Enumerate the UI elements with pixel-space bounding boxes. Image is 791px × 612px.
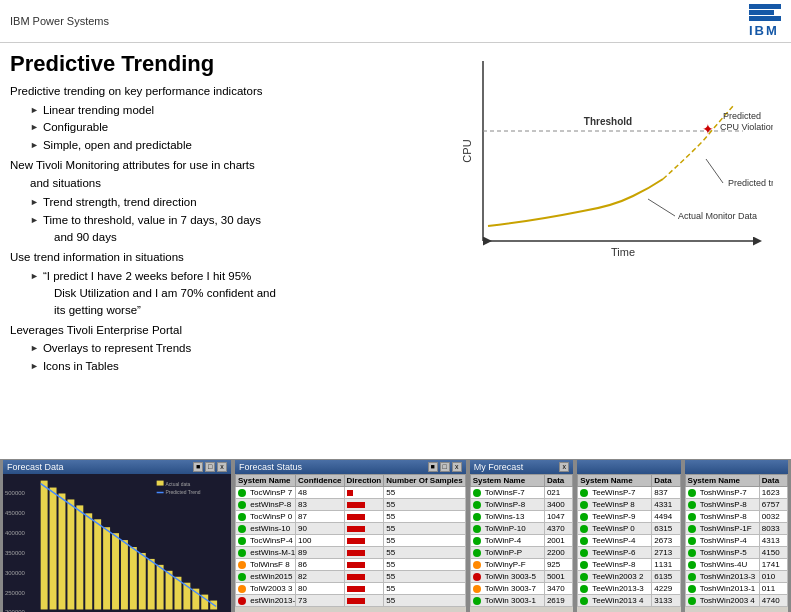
bullet-time-threshold-text: Time to threshold, value in 7 days, 30 d… bbox=[43, 212, 261, 229]
system-name-cell: TocWinsP 0 bbox=[236, 511, 296, 523]
svg-text:400000: 400000 bbox=[5, 530, 26, 536]
data-cell: 1623 bbox=[759, 487, 787, 499]
bar-cell-wrap bbox=[344, 487, 384, 499]
confidence-cell: 100 bbox=[296, 535, 345, 547]
data-cell: 1047 bbox=[544, 511, 572, 523]
bar-cell-wrap bbox=[344, 511, 384, 523]
samples-cell: 55 bbox=[384, 523, 465, 535]
bullet-overlays: ► Overlays to represent Trends bbox=[30, 340, 405, 357]
mf-close-btn[interactable]: x bbox=[559, 462, 569, 472]
forecast-bar-close-btn[interactable]: x bbox=[217, 462, 227, 472]
col-system-name3: System Name bbox=[578, 475, 652, 487]
fs-restore-btn[interactable]: □ bbox=[440, 462, 450, 472]
extra-panel-4-titlebar bbox=[685, 460, 788, 474]
svg-rect-25 bbox=[85, 513, 92, 609]
bullet-arrow-6: ► bbox=[30, 270, 39, 283]
extra-panel-4: System Name Data ToshWinsP-7 1623 ToshWi… bbox=[684, 459, 789, 612]
status-icon bbox=[473, 501, 481, 509]
data-cell: 4229 bbox=[652, 583, 680, 595]
bullet-arrow-8: ► bbox=[30, 360, 39, 373]
status-icon bbox=[580, 597, 588, 605]
status-icon bbox=[473, 561, 481, 569]
data-cell: 0032 bbox=[759, 511, 787, 523]
data-cell: 6135 bbox=[652, 571, 680, 583]
table-row: ToshWinsP-7 1623 bbox=[685, 487, 787, 499]
forecast-bar-min-btn[interactable]: ■ bbox=[193, 462, 203, 472]
forecast-status-table: System Name Confidence Direction Number … bbox=[235, 474, 466, 607]
bar-cell-wrap bbox=[344, 571, 384, 583]
my-forecast-scroll[interactable]: System Name Data TolWinsF-7 021 TolWinsP… bbox=[470, 474, 573, 612]
svg-text:Predicted trend: Predicted trend bbox=[728, 178, 773, 188]
bullet-simple-text: Simple, open and predictable bbox=[43, 137, 192, 154]
status-icon bbox=[580, 501, 588, 509]
status-icon bbox=[238, 597, 246, 605]
data-cell: 3400 bbox=[544, 499, 572, 511]
table-row: TolWinyP-F 925 bbox=[470, 559, 572, 571]
system-name-cell: estWin2015 3 bbox=[236, 571, 296, 583]
data-cell: 2619 bbox=[544, 595, 572, 607]
status-icon bbox=[238, 489, 246, 497]
svg-rect-23 bbox=[67, 499, 74, 609]
data-cell: 2200 bbox=[544, 547, 572, 559]
svg-rect-26 bbox=[94, 519, 101, 609]
col-system-name: System Name bbox=[236, 475, 296, 487]
svg-line-40 bbox=[41, 484, 216, 607]
system-name-cell: TolWinP-4 bbox=[470, 535, 544, 547]
bullet-icons: ► Icons in Tables bbox=[30, 358, 405, 375]
data-cell: 4331 bbox=[652, 499, 680, 511]
col-direction: Direction bbox=[344, 475, 384, 487]
table-row: TolWinsF-7 021 bbox=[470, 487, 572, 499]
svg-text:Time: Time bbox=[611, 246, 635, 258]
system-name-cell: TeeWinsP-8 bbox=[578, 559, 652, 571]
extra-panel-4-title bbox=[689, 462, 692, 472]
system-name-cell: TeeWin2013 4 bbox=[578, 595, 652, 607]
header: IBM Power Systems IBM bbox=[0, 0, 791, 43]
data-cell: 6315 bbox=[652, 523, 680, 535]
data-cell: 4740 bbox=[759, 595, 787, 607]
bullet-arrow-2: ► bbox=[30, 121, 39, 134]
bullet-arrow-1: ► bbox=[30, 104, 39, 117]
status-icon bbox=[580, 573, 588, 581]
bullet-predict-text: “I predict I have 2 weeks before I hit 9… bbox=[43, 268, 251, 285]
forecast-bar-title: Forecast Data bbox=[7, 462, 64, 472]
page-title: Predictive Trending bbox=[10, 51, 405, 77]
status-icon bbox=[580, 513, 588, 521]
table-row: ToshWin2013-3 010 bbox=[685, 571, 787, 583]
bullet-simple: ► Simple, open and predictable bbox=[30, 137, 405, 154]
col-data3: Data bbox=[652, 475, 680, 487]
data-cell: 021 bbox=[544, 487, 572, 499]
forecast-bar-max-btn[interactable]: □ bbox=[205, 462, 215, 472]
bullet-arrow-3: ► bbox=[30, 139, 39, 152]
forecast-bar-panel: Forecast Data ■ □ x 500000 450000 400000… bbox=[2, 459, 232, 612]
header-title: IBM Power Systems bbox=[10, 15, 109, 27]
section-2-and: and situations bbox=[30, 175, 405, 192]
table-row: TeeWinsP-4 2673 bbox=[578, 535, 680, 547]
system-name-cell: ToshWinsP-1F bbox=[685, 523, 759, 535]
svg-text:Predicted Trend: Predicted Trend bbox=[166, 490, 201, 495]
extra-panel-4-scroll[interactable]: System Name Data ToshWinsP-7 1623 ToshWi… bbox=[685, 474, 788, 612]
section-3-text: Use trend information in situations bbox=[10, 249, 405, 266]
fs-close-btn[interactable]: x bbox=[452, 462, 462, 472]
extra-panel-3-scroll[interactable]: System Name Data TeeWinsP-7 837 TeeWinsP… bbox=[577, 474, 680, 612]
system-name-cell: TocWinsP 7 bbox=[236, 487, 296, 499]
content-text: Predictive trending on key performance i… bbox=[10, 83, 405, 375]
col-confidence: Confidence bbox=[296, 475, 345, 487]
samples-cell: 55 bbox=[384, 571, 465, 583]
system-name-cell: TolWinsP-8 bbox=[470, 499, 544, 511]
fs-min-btn[interactable]: ■ bbox=[428, 462, 438, 472]
status-icon bbox=[238, 561, 246, 569]
table-row: TolWin 3003-5 5001 bbox=[470, 571, 572, 583]
svg-text:Predicted: Predicted bbox=[723, 111, 761, 121]
bar-cell-wrap bbox=[344, 583, 384, 595]
bullet-arrow-4: ► bbox=[30, 196, 39, 209]
system-name-cell: TolW2003 3 bbox=[236, 583, 296, 595]
system-name-cell: ToshWin2013-3 bbox=[685, 571, 759, 583]
forecast-bar-controls: ■ □ x bbox=[193, 462, 227, 472]
table-row: estWin2013-4 73 55 bbox=[236, 595, 466, 607]
my-forecast-panel: My Forecast x System Name Data TolWinsF-… bbox=[469, 459, 574, 612]
forecast-status-scroll[interactable]: System Name Confidence Direction Number … bbox=[235, 474, 466, 612]
bullet-arrow-5: ► bbox=[30, 214, 39, 227]
system-name-cell: ToshWinsP-4 bbox=[685, 535, 759, 547]
samples-cell: 55 bbox=[384, 499, 465, 511]
svg-rect-30 bbox=[130, 547, 137, 609]
